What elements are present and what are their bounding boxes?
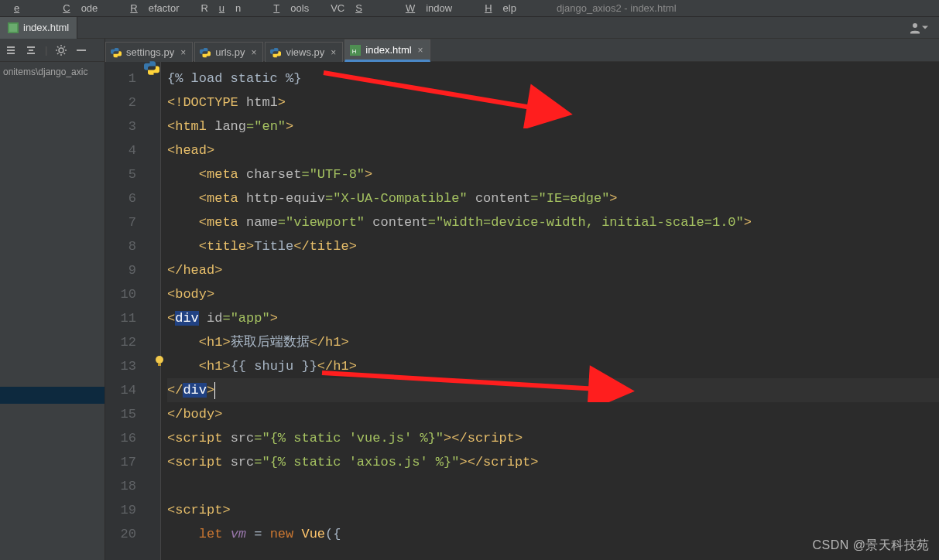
svg-point-7: [156, 356, 163, 364]
close-icon[interactable]: ×: [251, 47, 256, 58]
svg-point-3: [59, 48, 63, 53]
svg-rect-8: [158, 364, 161, 366]
svg-point-2: [913, 23, 917, 28]
menu-item[interactable]: Refactor: [119, 2, 190, 14]
menu-item[interactable]: VCS: [331, 2, 384, 14]
menu-bar: e Code Refactor Run Tools VCS Window Hel…: [0, 0, 939, 17]
editor-tab-label: index.html: [365, 44, 411, 56]
editor-tab-label: settings.py: [126, 46, 174, 58]
menu-item[interactable]: Code: [52, 2, 108, 14]
watermark: CSDN @景天科技苑: [812, 538, 930, 554]
editor-tab-views[interactable]: views.py ×: [265, 42, 343, 62]
svg-rect-1: [9, 23, 18, 32]
python-file-icon: [200, 47, 211, 58]
user-menu-button[interactable]: [908, 21, 928, 35]
line-number-gutter: 123 456 789 101112 131415 161718 1920: [105, 62, 147, 560]
hide-icon[interactable]: [75, 44, 87, 56]
close-icon[interactable]: ×: [331, 47, 336, 58]
menu-item[interactable]: Window: [395, 2, 463, 14]
selected-tree-item[interactable]: [0, 387, 105, 404]
nav-tab[interactable]: index.html: [0, 17, 77, 39]
code-editor[interactable]: 123 456 789 101112 131415 161718 1920 {%…: [105, 62, 939, 560]
editor-tab-urls[interactable]: urls.py ×: [194, 42, 263, 62]
project-path: onitems\django_axic: [0, 67, 105, 77]
editor-tab-settings[interactable]: settings.py ×: [105, 42, 193, 62]
svg-text:H: H: [352, 47, 357, 54]
python-file-icon: [144, 60, 159, 76]
fold-gutter[interactable]: [147, 62, 161, 560]
nav-tab-label: index.html: [23, 22, 69, 33]
close-icon[interactable]: ×: [180, 47, 186, 58]
expand-icon[interactable]: [25, 44, 37, 56]
navigation-bar: index.html: [0, 17, 939, 39]
code-area[interactable]: {% load static %} <!DOCTYPE html> <html …: [161, 62, 939, 560]
menu-item[interactable]: Tools: [262, 2, 320, 14]
editor-tab-label: urls.py: [215, 46, 245, 58]
intention-bulb-icon[interactable]: [153, 354, 166, 367]
python-file-icon: [270, 47, 281, 58]
html-file-icon: H: [350, 45, 361, 56]
toolbar-row: | settings.py × urls.py × views.py × H i…: [0, 39, 939, 62]
project-tree-pane[interactable]: onitems\django_axic: [0, 62, 105, 560]
collapse-icon[interactable]: [5, 44, 17, 56]
svg-rect-4: [77, 50, 86, 51]
window-title: django_axios2 - index.html: [557, 2, 677, 14]
editor-tab-index[interactable]: H index.html ×: [344, 39, 430, 62]
editor-tab-label: views.py: [286, 46, 324, 58]
python-file-icon: [111, 47, 122, 58]
html-file-icon: [8, 22, 19, 33]
menu-item[interactable]: e: [3, 2, 41, 14]
project-toolbar: |: [0, 39, 105, 61]
gear-icon[interactable]: [55, 44, 67, 56]
menu-item[interactable]: Run: [200, 2, 252, 14]
editor-tabs: settings.py × urls.py × views.py × H ind…: [105, 39, 939, 62]
menu-item[interactable]: Help: [474, 2, 527, 14]
close-icon[interactable]: ×: [418, 45, 423, 56]
